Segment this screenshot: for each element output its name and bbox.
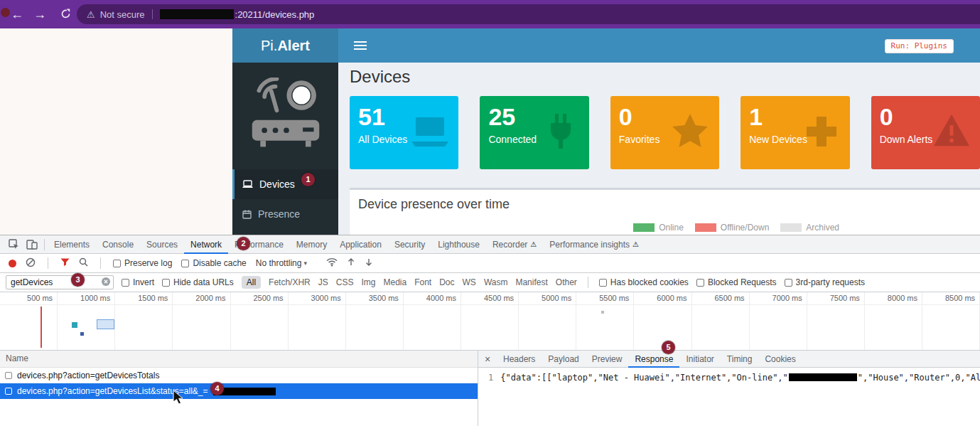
filter-type-wasm[interactable]: Wasm — [484, 277, 508, 287]
filter-type-manifest[interactable]: Manifest — [515, 277, 547, 287]
summary-card-down-alerts[interactable]: 0 Down Alerts — [871, 96, 980, 169]
timeline-column: 3000 ms — [289, 292, 346, 350]
divider — [100, 257, 101, 269]
filter-type-js[interactable]: JS — [318, 277, 328, 287]
reload-button[interactable] — [57, 9, 74, 20]
timeline-request-marker — [72, 322, 77, 328]
legend-item-archived[interactable]: Archived — [780, 223, 839, 233]
checkbox-icon — [181, 260, 189, 267]
filter-type-ws[interactable]: WS — [463, 277, 476, 287]
summary-card-favorites[interactable]: 0 Favorites — [610, 96, 719, 169]
timeline-tick-label: 4500 ms — [484, 294, 514, 302]
checkbox-icon[interactable] — [5, 388, 12, 395]
filter-type-media[interactable]: Media — [383, 277, 406, 287]
details-tab-timing[interactable]: Timing — [721, 351, 759, 368]
request-list-header[interactable]: Name — [0, 351, 478, 368]
disable-cache-checkbox[interactable]: Disable cache — [181, 258, 246, 268]
close-icon[interactable]: × — [478, 353, 497, 365]
details-tab-headers[interactable]: Headers — [497, 351, 542, 368]
page-background — [0, 28, 232, 235]
details-tab-initiator[interactable]: Initiator — [679, 351, 720, 368]
filter-type-fetch-xhr[interactable]: Fetch/XHR — [269, 277, 311, 287]
preserve-log-checkbox[interactable]: Preserve log — [113, 258, 172, 268]
step-badge-2: 2 — [237, 237, 250, 250]
checkbox-icon[interactable] — [5, 372, 12, 379]
devtools-tab-sources[interactable]: Sources — [140, 235, 184, 254]
filter-type-css[interactable]: CSS — [336, 277, 354, 287]
response-text: {"data":[["laptop","Net - Huawei","Inter… — [500, 373, 980, 383]
clear-filter-button[interactable] — [102, 277, 110, 288]
legend-swatch-archived — [780, 223, 802, 232]
third-party-requests-label: 3rd-party requests — [796, 277, 865, 287]
has-blocked-cookies-label: Has blocked cookies — [610, 277, 689, 287]
timeline-column: 8500 ms — [922, 292, 980, 350]
address-bar[interactable]: ⚠ Not secure :20211/devices.php — [77, 4, 980, 24]
legend-item-online[interactable]: Online — [633, 223, 684, 233]
legend-label: Online — [659, 223, 684, 233]
disable-cache-label: Disable cache — [193, 258, 246, 268]
network-overview-timeline[interactable]: 500 ms 1000 ms 1500 ms 2000 ms 2500 ms 3… — [0, 292, 980, 351]
back-button[interactable]: ← — [9, 0, 26, 28]
export-har-button[interactable] — [365, 257, 373, 269]
step-badge-1: 1 — [301, 173, 315, 186]
filter-toggle-button[interactable] — [60, 258, 70, 269]
sidebar-item-presence[interactable]: Presence — [232, 199, 338, 229]
clear-button[interactable] — [26, 257, 36, 270]
response-viewer[interactable]: 1 {"data":[["laptop","Net - Huawei","Int… — [478, 368, 980, 383]
search-button[interactable] — [79, 257, 88, 269]
summary-card-connected[interactable]: 25 Connected — [480, 96, 588, 169]
details-tab-preview[interactable]: Preview — [586, 351, 629, 368]
pialert-brand[interactable]: Pi.Alert — [232, 28, 338, 63]
devtools-tab-elements[interactable]: Elements — [48, 235, 96, 254]
inspect-element-icon[interactable] — [4, 239, 23, 250]
redacted-host — [160, 9, 234, 19]
timeline-tick-label: 8500 ms — [945, 294, 975, 302]
third-party-requests-checkbox[interactable]: 3rd-party requests — [785, 277, 865, 287]
network-conditions-button[interactable] — [326, 257, 338, 269]
sidebar-item-label: Devices — [259, 179, 295, 190]
devtools-tab-memory[interactable]: Memory — [290, 235, 333, 254]
response-suffix: ","House","Router",0,"Always on" — [858, 373, 980, 383]
request-row-get-devices-list[interactable]: devices.php?action=getDevicesList&status… — [0, 383, 478, 399]
forward-button[interactable]: → — [31, 0, 48, 28]
hide-data-urls-checkbox[interactable]: Hide data URLs — [162, 277, 234, 287]
device-toolbar-icon[interactable] — [23, 240, 41, 250]
search-icon — [79, 257, 88, 267]
details-tab-cookies[interactable]: Cookies — [758, 351, 802, 368]
devtools-tab-network[interactable]: Network — [184, 235, 228, 254]
has-blocked-cookies-checkbox[interactable]: Has blocked cookies — [599, 277, 689, 287]
invert-checkbox[interactable]: Invert — [122, 277, 154, 287]
throttling-select[interactable]: No throttling▾ — [256, 258, 307, 268]
devtools-tab-lighthouse[interactable]: Lighthouse — [431, 235, 486, 254]
devtools-tab-security[interactable]: Security — [388, 235, 431, 254]
checkbox-icon — [162, 279, 170, 287]
summary-card-new-devices[interactable]: 1 New Devices — [741, 96, 849, 169]
devtools-tab-recorder[interactable]: Recorder⚠ — [486, 235, 543, 254]
sidebar-item-devices[interactable]: Devices — [232, 169, 338, 199]
filter-type-font[interactable]: Font — [414, 277, 431, 287]
filter-type-doc[interactable]: Doc — [439, 277, 454, 287]
network-filter-input[interactable]: getDevices — [6, 275, 114, 289]
summary-card-all-devices[interactable]: 51 All Devices — [350, 96, 458, 169]
devtools-tab-console[interactable]: Console — [96, 235, 140, 254]
import-har-button[interactable] — [347, 257, 355, 269]
devtools-tab-application[interactable]: Application — [333, 235, 388, 254]
filter-type-all[interactable]: All — [242, 276, 261, 289]
request-row-get-devices-totals[interactable]: devices.php?action=getDevicesTotals — [0, 368, 478, 383]
presence-panel-title: Device presence over time — [350, 190, 980, 212]
run-plugins-button[interactable]: Run: Plugins — [885, 39, 954, 53]
step-badge-5: 5 — [662, 341, 675, 354]
page-title: Devices — [350, 67, 410, 87]
details-tab-payload[interactable]: Payload — [542, 351, 585, 368]
legend-label: Archived — [806, 223, 839, 233]
timeline-tick-label: 3500 ms — [369, 294, 399, 302]
timeline-column: 500 ms — [0, 292, 58, 350]
filter-type-other[interactable]: Other — [556, 277, 577, 287]
blocked-requests-checkbox[interactable]: Blocked Requests — [696, 277, 777, 287]
devtools-tab-performance-insights[interactable]: Performance insights⚠ — [543, 235, 645, 254]
timeline-tick-label: 6500 ms — [714, 294, 744, 302]
filter-type-img[interactable]: Img — [361, 277, 375, 287]
record-button[interactable] — [9, 260, 16, 267]
hamburger-menu-icon[interactable] — [354, 45, 367, 46]
legend-item-offline[interactable]: Offline/Down — [695, 223, 769, 233]
